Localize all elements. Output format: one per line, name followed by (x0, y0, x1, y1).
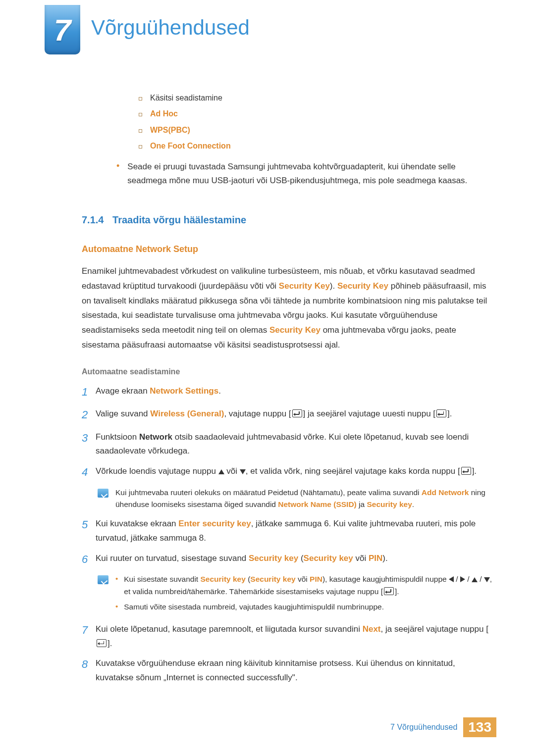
step-body: Kui kuvatakse ekraan Enter security key,… (96, 516, 493, 546)
footer-label: 7 Võrguühendused (390, 723, 457, 732)
step-number: 3 (82, 429, 96, 459)
text: ]. (107, 639, 112, 648)
dot-bullet-icon: • (116, 160, 119, 189)
step-item: 3 Funktsioon Network otsib saadaolevaid … (82, 429, 493, 459)
text: Kui juhtmevaba ruuteri olekuks on määrat… (115, 488, 422, 497)
highlight-term: Security Key (269, 325, 321, 335)
list-item-text: Käsitsi seadistamine (150, 92, 222, 104)
triangle-right-icon (460, 576, 465, 582)
highlight-term: Enter security key (178, 519, 251, 528)
enter-icon (292, 409, 302, 417)
text: , vajutage nuppu [ (224, 409, 291, 418)
text: Avage ekraan (96, 386, 150, 396)
step-item: 8 Kuvatakse võrguühenduse ekraan ning kä… (82, 655, 493, 685)
step-number: 2 (82, 406, 96, 424)
note-icon (98, 575, 108, 584)
page-footer: 7 Võrguühendused 133 (390, 717, 496, 737)
list-item: WPS(PBC) (139, 124, 493, 137)
page-content: Käsitsi seadistamine Ad Hoc WPS(PBC) One… (82, 92, 493, 685)
text: Kui olete lõpetanud, kasutage paremnoolt… (96, 624, 363, 634)
dot-bullet-icon: • (115, 601, 118, 613)
square-bullet-icon (139, 97, 142, 101)
text: või (296, 575, 310, 583)
text: ). (382, 554, 387, 563)
paragraph: Enamikel juhtmevabadest võrkudest on val… (82, 264, 493, 353)
text: või (224, 466, 240, 476)
section-number: 7.1.4 (82, 214, 104, 225)
triangle-down-icon (240, 469, 246, 474)
sub-bullet-list: Käsitsi seadistamine Ad Hoc WPS(PBC) One… (139, 92, 493, 153)
chapter-tab: 7 (45, 5, 80, 54)
highlight-term: Network Settings (150, 386, 218, 396)
note-block: Kui juhtmevaba ruuteri olekuks on määrat… (98, 487, 493, 511)
note-block: • Kui sisestate suvandit Security key (S… (98, 573, 493, 616)
highlight-term: Security key (201, 575, 246, 583)
highlight-term: Add Network (422, 488, 469, 497)
text: Kui ruuter on turvatud, sisestage suvand (96, 554, 249, 563)
text: ( (298, 554, 303, 563)
text: . (412, 500, 414, 508)
square-bullet-icon (139, 145, 142, 149)
step-body: Funktsioon Network otsib saadaolevaid ju… (96, 429, 493, 459)
note-body: • Kui sisestate suvandit Security key (S… (115, 573, 493, 616)
document-page: 7 Võrguühendused Käsitsi seadistamine Ad… (0, 0, 535, 756)
highlight-term: Security key (304, 554, 353, 563)
list-item-text: Ad Hoc (150, 107, 178, 120)
triangle-up-icon (472, 577, 478, 582)
highlight-term: Next (363, 624, 381, 634)
bold-term: Network (139, 432, 172, 442)
enter-icon (436, 409, 446, 417)
step-item: 7 Kui olete lõpetanud, kasutage paremnoo… (82, 621, 493, 651)
step-item: 5 Kui kuvatakse ekraan Enter security ke… (82, 516, 493, 546)
triangle-left-icon (449, 576, 454, 582)
list-item: One Foot Connection (139, 140, 493, 152)
step-number: 8 (82, 655, 96, 685)
text: Kui kuvatakse ekraan (96, 519, 178, 528)
highlight-term: Security Key (279, 281, 330, 291)
text: Kui sisestate suvandit (124, 575, 200, 583)
sub-heading: Automaatne Network Setup (82, 242, 493, 257)
step-body: Valige suvand Wireless (General), vajuta… (96, 406, 493, 424)
step-number: 5 (82, 516, 96, 546)
bullet-item: • Seade ei pruugi tuvastada Samsungi juh… (116, 160, 493, 189)
step-body: Võrkude loendis vajutage nuppu või , et … (96, 463, 493, 481)
note-body: Kui juhtmevaba ruuteri olekuks on määrat… (115, 487, 493, 511)
bullet-text: Seade ei pruugi tuvastada Samsungi juhtm… (127, 160, 493, 189)
text: ( (246, 575, 250, 583)
highlight-term: PIN (369, 554, 382, 563)
text: Valige suvand (96, 409, 150, 418)
chapter-number: 7 (54, 12, 71, 48)
square-bullet-icon (139, 129, 142, 133)
step-number: 7 (82, 621, 96, 651)
text: , et valida võrk, ning seejärel vajutage… (246, 466, 460, 476)
list-item-text: WPS(PBC) (150, 124, 190, 137)
step-item: 1 Avage ekraan Network Settings. (82, 383, 493, 401)
highlight-term: Network Name (SSID) (278, 500, 356, 508)
highlight-term: PIN (310, 575, 322, 583)
chapter-title: Võrguühendused (91, 16, 250, 40)
text: Funktsioon (96, 432, 139, 442)
highlight-term: Security key (250, 575, 295, 583)
step-body: Kui olete lõpetanud, kasutage paremnoolt… (96, 621, 493, 651)
text: Võrkude loendis vajutage nuppu (96, 466, 218, 476)
enter-icon (384, 587, 394, 595)
step-body: Kui ruuter on turvatud, sisestage suvand… (96, 551, 493, 568)
text: ]. (447, 409, 452, 418)
text: ja (357, 500, 367, 508)
note-bullet: • Kui sisestate suvandit Security key (S… (115, 573, 493, 598)
highlight-term: Wireless (General) (150, 409, 224, 418)
note-text: Samuti võite sisestada numbreid, vajutad… (124, 601, 493, 613)
dot-bullet-icon: • (115, 573, 118, 598)
list-item: Ad Hoc (139, 107, 493, 120)
section-heading: 7.1.4 Traadita võrgu häälestamine (82, 212, 493, 228)
text: . (218, 386, 221, 396)
note-bullet: • Samuti võite sisestada numbreid, vajut… (115, 601, 493, 613)
step-item: 6 Kui ruuter on turvatud, sisestage suva… (82, 551, 493, 568)
text: ), kasutage kaugjuhtimispuldil nuppe (322, 575, 449, 583)
text: ]. (472, 466, 477, 476)
enter-icon (461, 467, 471, 475)
list-item: Käsitsi seadistamine (139, 92, 493, 104)
square-bullet-icon (139, 113, 142, 116)
page-number: 133 (463, 717, 496, 737)
enter-icon (97, 639, 107, 647)
